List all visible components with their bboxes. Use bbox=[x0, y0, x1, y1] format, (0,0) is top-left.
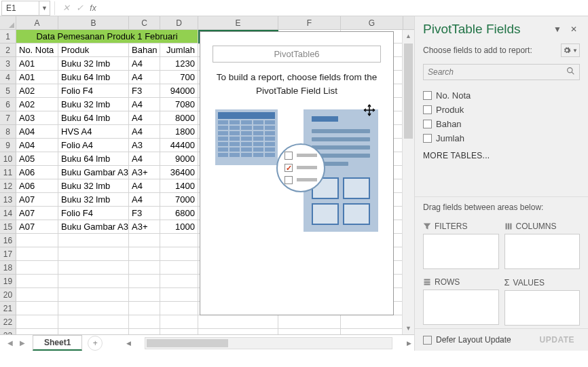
field-checkbox[interactable] bbox=[423, 105, 432, 114]
row-header[interactable]: 10 bbox=[0, 152, 16, 166]
cell[interactable]: A4 bbox=[129, 71, 160, 84]
cell[interactable] bbox=[16, 247, 58, 261]
formula-input[interactable] bbox=[100, 1, 588, 16]
row-header[interactable]: 7 bbox=[0, 111, 16, 125]
field-item[interactable]: Jumlah bbox=[423, 131, 580, 145]
row-header[interactable]: 23 bbox=[0, 329, 16, 334]
cell[interactable] bbox=[58, 302, 129, 315]
field-search-box[interactable] bbox=[423, 64, 580, 80]
pane-close-icon[interactable]: ✕ bbox=[568, 24, 580, 35]
row-header[interactable]: 13 bbox=[0, 193, 16, 207]
cell[interactable]: Buku 32 lmb bbox=[58, 57, 129, 71]
cell[interactable]: 6800 bbox=[160, 207, 198, 220]
scroll-left-icon[interactable]: ◀ bbox=[123, 340, 134, 347]
cell[interactable]: A07 bbox=[16, 207, 58, 220]
filters-area[interactable]: FILTERS bbox=[423, 219, 499, 269]
cell[interactable]: A01 bbox=[16, 57, 58, 71]
cell[interactable]: A3+ bbox=[129, 220, 160, 234]
field-checkbox[interactable] bbox=[423, 120, 432, 128]
cell[interactable] bbox=[16, 261, 58, 275]
cell[interactable]: 9000 bbox=[160, 152, 198, 166]
add-sheet-button[interactable]: + bbox=[88, 336, 103, 351]
row-header[interactable]: 8 bbox=[0, 125, 16, 139]
cell[interactable] bbox=[58, 247, 129, 261]
cell[interactable] bbox=[160, 261, 198, 275]
cell[interactable]: A01 bbox=[16, 71, 58, 84]
row-header[interactable]: 12 bbox=[0, 179, 16, 193]
cell[interactable] bbox=[16, 315, 58, 329]
row-header[interactable]: 19 bbox=[0, 275, 16, 288]
cell[interactable]: Folio A4 bbox=[58, 139, 129, 152]
row-header[interactable]: 11 bbox=[0, 166, 16, 179]
cell[interactable]: A03 bbox=[16, 111, 58, 125]
cell[interactable]: A05 bbox=[16, 152, 58, 166]
vertical-scrollbar[interactable]: ▲ ▼ bbox=[402, 30, 414, 334]
spreadsheet-grid[interactable]: A B C D E F G 1Data Pemesanan Produk 1 F… bbox=[0, 16, 414, 334]
cell[interactable]: Buku 32 lmb bbox=[58, 98, 129, 111]
cell[interactable]: A02 bbox=[16, 98, 58, 111]
field-checkbox[interactable] bbox=[423, 134, 432, 143]
row-header[interactable]: 16 bbox=[0, 234, 16, 247]
cell[interactable] bbox=[58, 234, 129, 247]
scroll-right-icon[interactable]: ▶ bbox=[403, 340, 414, 347]
name-box-dropdown[interactable]: ▼ bbox=[39, 1, 50, 16]
row-header[interactable]: 17 bbox=[0, 247, 16, 261]
cell[interactable] bbox=[160, 288, 198, 302]
cell[interactable]: A07 bbox=[16, 193, 58, 207]
cell[interactable]: Buku Gambar A3 bbox=[58, 166, 129, 179]
row-header[interactable]: 21 bbox=[0, 302, 16, 315]
cell[interactable] bbox=[129, 234, 160, 247]
row-header[interactable]: 22 bbox=[0, 315, 16, 329]
hscroll-thumb[interactable] bbox=[147, 339, 228, 347]
rows-area[interactable]: ROWS bbox=[423, 275, 499, 326]
cell[interactable]: Buku 32 lmb bbox=[58, 179, 129, 193]
row-header[interactable]: 6 bbox=[0, 98, 16, 111]
row-header[interactable]: 4 bbox=[0, 71, 16, 84]
cell[interactable] bbox=[129, 261, 160, 275]
sheet-tab-sheet1[interactable]: Sheet1 bbox=[33, 335, 82, 351]
cell[interactable] bbox=[58, 329, 129, 334]
cell[interactable] bbox=[341, 329, 403, 334]
columns-area[interactable]: COLUMNS bbox=[504, 219, 581, 269]
tab-nav-prev[interactable]: ◀ bbox=[5, 338, 15, 348]
cell[interactable] bbox=[160, 302, 198, 315]
cell[interactable] bbox=[129, 315, 160, 329]
pane-dropdown-icon[interactable]: ▼ bbox=[551, 24, 564, 35]
cell[interactable] bbox=[160, 315, 198, 329]
cell[interactable]: Buku 64 lmb bbox=[58, 152, 129, 166]
cell[interactable]: Buku 64 lmb bbox=[58, 71, 129, 84]
cell[interactable]: A06 bbox=[16, 166, 58, 179]
field-checkbox[interactable] bbox=[423, 91, 432, 100]
cell[interactable] bbox=[160, 329, 198, 334]
cell[interactable]: F3 bbox=[129, 84, 160, 98]
pivottable-placeholder[interactable]: PivotTable6 To build a report, choose fi… bbox=[200, 31, 394, 315]
cell[interactable]: Buku Gambar A3 bbox=[58, 220, 129, 234]
cell[interactable]: A4 bbox=[129, 193, 160, 207]
cell[interactable]: A4 bbox=[129, 111, 160, 125]
update-button[interactable]: UPDATE bbox=[534, 333, 580, 347]
col-header-B[interactable]: B bbox=[58, 16, 129, 29]
col-header-C[interactable]: C bbox=[129, 16, 160, 29]
cell[interactable]: 44400 bbox=[160, 139, 198, 152]
col-header-A[interactable]: A bbox=[16, 16, 58, 29]
cell[interactable] bbox=[160, 234, 198, 247]
cell[interactable] bbox=[341, 315, 403, 329]
cell[interactable]: A4 bbox=[129, 179, 160, 193]
horizontal-scrollbar[interactable]: ◀ ▶ bbox=[123, 337, 414, 349]
row-header[interactable]: 1 bbox=[0, 30, 16, 43]
cell[interactable] bbox=[278, 329, 341, 334]
cell[interactable]: 8000 bbox=[160, 111, 198, 125]
cell[interactable]: A04 bbox=[16, 139, 58, 152]
cell[interactable] bbox=[16, 329, 58, 334]
cell[interactable]: 1400 bbox=[160, 179, 198, 193]
cell[interactable]: Folio F4 bbox=[58, 84, 129, 98]
cell[interactable]: HVS A4 bbox=[58, 125, 129, 139]
defer-layout-checkbox[interactable] bbox=[423, 336, 432, 345]
cell[interactable] bbox=[198, 315, 278, 329]
cell[interactable]: Produk bbox=[58, 43, 129, 57]
cell[interactable] bbox=[16, 288, 58, 302]
cell[interactable]: A4 bbox=[129, 125, 160, 139]
cell[interactable]: F3 bbox=[129, 207, 160, 220]
field-search-input[interactable] bbox=[428, 67, 566, 77]
cell[interactable]: A4 bbox=[129, 57, 160, 71]
